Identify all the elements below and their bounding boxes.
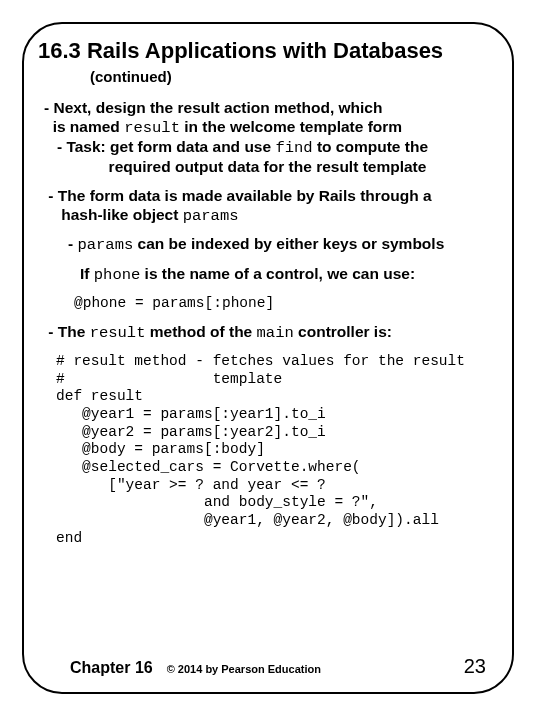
- chapter-label: Chapter 16: [70, 659, 153, 677]
- continued-label: (continued): [90, 68, 502, 85]
- bullet-result-method: - The result method of the main controll…: [38, 323, 502, 343]
- copyright: © 2014 by Pearson Education: [167, 663, 321, 675]
- footer: Chapter 16 © 2014 by Pearson Education 2…: [24, 655, 512, 678]
- text: method of the: [145, 323, 256, 340]
- text: - The form data is made available by Rai…: [48, 187, 431, 204]
- text: to compute the: [313, 138, 428, 155]
- text: can be indexed by either keys or symbols: [133, 235, 444, 252]
- code-inline: result: [90, 324, 146, 342]
- code-inline: result: [124, 119, 180, 137]
- text: - Task: get form data and use: [57, 138, 275, 155]
- text: If: [80, 265, 94, 282]
- text: is named: [53, 118, 125, 135]
- code-inline: params: [183, 207, 239, 225]
- code-inline: main: [257, 324, 294, 342]
- text: controller is:: [294, 323, 392, 340]
- code-phone-assign: @phone = params[:phone]: [74, 295, 502, 313]
- bullet-design-method: - Next, design the result action method,…: [38, 99, 502, 177]
- bullet-params-index: - params can be indexed by either keys o…: [38, 235, 502, 255]
- code-inline: phone: [94, 266, 141, 284]
- slide-frame: 16.3 Rails Applications with Databases (…: [22, 22, 514, 694]
- slide-body: - Next, design the result action method,…: [38, 99, 502, 547]
- page-number: 23: [464, 655, 486, 678]
- bullet-form-data: - The form data is made available by Rai…: [38, 187, 502, 226]
- code-inline: find: [275, 139, 312, 157]
- text: in the welcome template form: [180, 118, 402, 135]
- section-title: 16.3 Rails Applications with Databases: [38, 38, 502, 64]
- text: - The: [48, 323, 89, 340]
- bullet-phone-example: If phone is the name of a control, we ca…: [38, 265, 502, 285]
- code-result-method: # result method - fetches values for the…: [56, 353, 502, 548]
- text: - Next, design the result action method,…: [44, 99, 382, 116]
- text: hash-like object: [61, 206, 182, 223]
- text: is the name of a control, we can use:: [140, 265, 415, 282]
- code-inline: params: [77, 236, 133, 254]
- text: required output data for the result temp…: [109, 158, 427, 175]
